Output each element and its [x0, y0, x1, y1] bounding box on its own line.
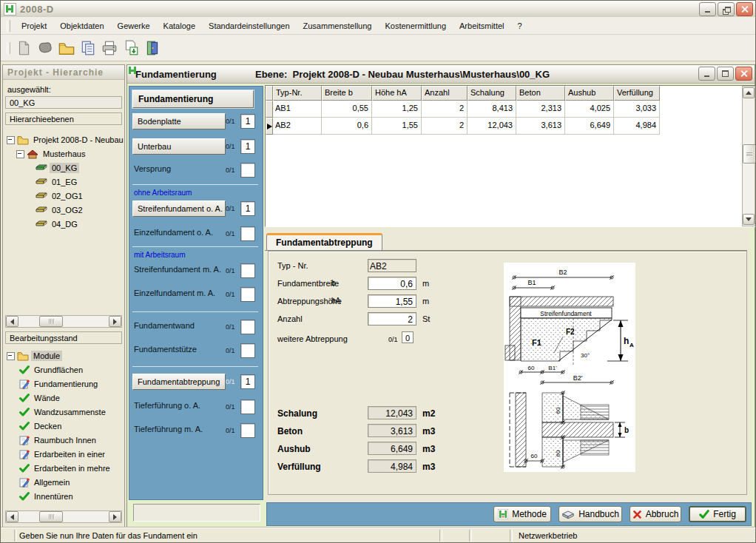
module-item-decken[interactable]: Decken: [19, 419, 64, 433]
tree-item-floor-02og1[interactable]: 02_OG1: [36, 189, 85, 203]
einzelfundament-oa-label[interactable]: Einzelfundament o. A.: [134, 228, 213, 237]
header-beton[interactable]: Beton: [516, 86, 565, 101]
header-verfuellung[interactable]: Verfüllung: [614, 86, 660, 101]
tree-item-module-root[interactable]: Module: [7, 349, 62, 362]
toolbar-grip[interactable]: [7, 42, 10, 54]
print-icon[interactable]: [101, 39, 118, 57]
cell-typ[interactable]: AB1: [273, 101, 322, 118]
export-icon[interactable]: [122, 39, 140, 57]
fundamentbreite-input[interactable]: 0,6: [368, 277, 416, 290]
table-vscrollbar[interactable]: [742, 86, 755, 226]
module-item-allgemein[interactable]: Allgemein: [19, 476, 72, 489]
fundamentwand-label[interactable]: Fundamentwand: [134, 321, 195, 330]
scroll-thumb[interactable]: [39, 316, 63, 327]
tieferfuehrung-oa-count-box[interactable]: [240, 399, 255, 414]
tree-item-floor-00kg[interactable]: 00_KG: [36, 161, 79, 175]
row-selector[interactable]: [266, 101, 273, 118]
tab-fundamentabtreppung[interactable]: Fundamentabtreppung: [266, 233, 382, 250]
cell-verfuellung[interactable]: 4,984: [614, 118, 660, 135]
bodenplatte-button[interactable]: Bodenplatte: [132, 113, 226, 129]
open-disabled-icon[interactable]: [36, 39, 54, 57]
progress-hscrollbar[interactable]: [5, 510, 122, 523]
cell-schalung[interactable]: 12,043: [468, 118, 516, 135]
menu-kostenermittlung[interactable]: Kostenermittlung: [378, 19, 453, 33]
child-minimize-button[interactable]: [698, 67, 715, 81]
cell-schalung[interactable]: 8,413: [468, 101, 516, 118]
cell-hoehe[interactable]: 1,25: [372, 101, 422, 118]
collapse-icon[interactable]: [7, 136, 15, 144]
hierarchy-levels-header[interactable]: Hierarchieebenen: [5, 112, 122, 125]
scroll-left-icon[interactable]: [6, 511, 18, 522]
copy-icon[interactable]: [79, 39, 97, 57]
open-folder-icon[interactable]: [58, 39, 75, 57]
module-item-erdarbeiten-einer[interactable]: Erdarbeiten in einer: [19, 448, 107, 461]
scroll-right-icon[interactable]: [109, 511, 121, 522]
cell-anzahl[interactable]: 2: [422, 101, 468, 118]
menu-projekt[interactable]: Projekt: [15, 19, 53, 33]
tree-item-building[interactable]: Musterhaus: [16, 147, 87, 161]
scroll-right-icon[interactable]: [109, 316, 121, 327]
menu-arbeitsmittel[interactable]: Arbeitsmittel: [453, 19, 511, 33]
module-item-erdarbeiten-mehreren[interactable]: Erdarbeiten in mehre: [19, 462, 112, 475]
collapse-icon[interactable]: [7, 352, 15, 360]
restore-button[interactable]: [718, 2, 735, 16]
header-typ-nr[interactable]: Typ-Nr.: [273, 86, 322, 101]
scroll-thumb[interactable]: [743, 144, 756, 163]
main-titlebar[interactable]: 2008-D: [1, 1, 755, 18]
tree-item-floor-04dg[interactable]: 04_DG: [36, 217, 80, 231]
einzelfundament-ma-label[interactable]: Einzelfundament m. A.: [134, 289, 215, 297]
collapse-icon[interactable]: [16, 150, 24, 158]
cell-anzahl[interactable]: 2: [422, 118, 468, 135]
fundamentwand-count-box[interactable]: [240, 320, 255, 334]
tree-item-project[interactable]: Projekt 2008-D - Neubau: [7, 133, 126, 146]
row-selector-active[interactable]: [266, 118, 273, 135]
child-maximize-button[interactable]: [717, 67, 734, 81]
child-close-button[interactable]: [735, 67, 752, 81]
scroll-up-icon[interactable]: [743, 87, 755, 98]
menu-zusammenstellung[interactable]: Zusammenstellung: [297, 19, 379, 33]
streifenfundament-oa-button[interactable]: Streifenfundament o. A.: [132, 200, 226, 217]
cell-beton[interactable]: 3,613: [516, 118, 565, 135]
module-item-grundflaechen[interactable]: Grundflächen: [19, 363, 85, 377]
module-item-fundamentierung[interactable]: Fundamentierung: [19, 377, 100, 391]
menu-gewerke[interactable]: Gewerke: [111, 19, 157, 33]
versprung-count-box[interactable]: [240, 163, 255, 178]
tree-item-floor-03og2[interactable]: 03_OG2: [36, 203, 85, 217]
header-anzahl[interactable]: Anzahl: [422, 86, 468, 101]
module-item-raumbuch[interactable]: Raumbuch Innen: [19, 434, 98, 447]
cell-verfuellung[interactable]: 3,033: [614, 101, 660, 118]
anzahl-input[interactable]: 2: [368, 312, 416, 326]
abtreppungshoehe-input[interactable]: 1,55: [368, 294, 416, 308]
streifenfundament-ma-count-box[interactable]: [240, 263, 255, 278]
abbruch-button[interactable]: Abbruch: [630, 506, 681, 522]
streifenfundament-ma-label[interactable]: Streifenfundament m. A.: [134, 265, 221, 274]
new-document-icon[interactable]: [15, 39, 33, 57]
versprung-label[interactable]: Versprung: [134, 164, 171, 173]
fundamentstuetze-label[interactable]: Fundamentstütze: [134, 345, 197, 354]
tree-item-floor-01eg[interactable]: 01_EG: [36, 175, 79, 189]
header-hoehe[interactable]: Höhe hA: [372, 86, 422, 101]
cell-beton[interactable]: 2,313: [516, 101, 565, 118]
tieferfuehrung-ma-count-box[interactable]: [240, 423, 255, 438]
einzelfundament-ma-count-box[interactable]: [240, 287, 255, 302]
exit-door-icon[interactable]: [144, 39, 161, 57]
menu-kataloge[interactable]: Kataloge: [157, 19, 202, 33]
scroll-down-icon[interactable]: [743, 214, 755, 225]
weitere-abtreppung-box[interactable]: 0: [402, 331, 414, 343]
header-breite[interactable]: Breite b: [322, 86, 372, 101]
menu-standardeinstellungen[interactable]: Standardeinstellungen: [202, 19, 296, 33]
fertig-button[interactable]: Fertig: [689, 506, 746, 522]
scroll-left-icon[interactable]: [6, 316, 18, 327]
fundamentabtreppung-button[interactable]: Fundamentabtreppung: [132, 374, 226, 390]
bodenplatte-count-box[interactable]: 1: [240, 114, 255, 129]
module-item-waende[interactable]: Wände: [19, 391, 62, 405]
methode-button[interactable]: Methode: [493, 506, 551, 522]
hierarchy-hscrollbar[interactable]: [5, 315, 122, 328]
header-aushub[interactable]: Aushub: [565, 86, 614, 101]
streifenfundament-oa-count-box[interactable]: 1: [240, 201, 255, 216]
module-item-innentueren[interactable]: Innentüren: [19, 490, 75, 503]
cell-typ[interactable]: AB2: [273, 118, 322, 135]
fundamentierung-titlebar[interactable]: Fundamentierung Ebene: Projekt 2008-D - …: [127, 65, 755, 84]
table-row-selected[interactable]: AB2 0,6 1,55 2 12,043 3,613 6,649 4,984: [266, 118, 742, 135]
cell-breite[interactable]: 0,55: [322, 101, 372, 118]
